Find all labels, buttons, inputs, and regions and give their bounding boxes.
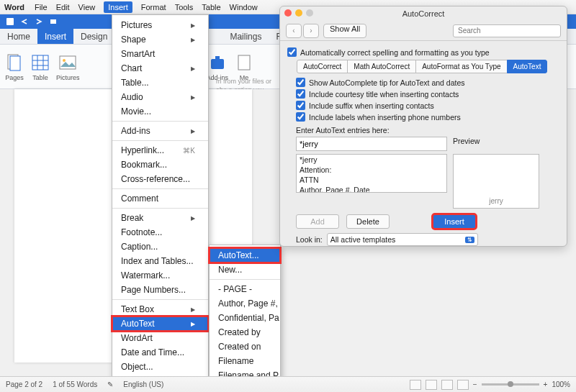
menu-format[interactable]: Format: [141, 3, 166, 12]
chk-master-box[interactable]: [287, 47, 297, 57]
ribbon-table[interactable]: Table: [30, 53, 50, 81]
view-mode-1[interactable]: [410, 380, 421, 390]
mi-at-author[interactable]: Author, Page #,: [210, 296, 280, 311]
chk-tip[interactable]: Show AutoComplete tip for AutoText and d…: [296, 78, 559, 87]
app-name: Word: [4, 3, 24, 12]
mi-at-filename[interactable]: Filename: [210, 354, 280, 368]
menu-table[interactable]: Table: [202, 3, 220, 12]
mi-autotext-new[interactable]: New...: [210, 263, 280, 277]
chk-labels[interactable]: Include labels when inserting phone numb…: [296, 112, 559, 122]
tab-home[interactable]: Home: [0, 29, 37, 44]
mi-audio[interactable]: Audio: [112, 90, 208, 104]
mi-caption[interactable]: Caption...: [112, 240, 208, 254]
undo-icon[interactable]: [19, 17, 30, 27]
mi-shape[interactable]: Shape: [112, 32, 208, 47]
tab-design[interactable]: Design: [73, 29, 114, 44]
view-mode-2[interactable]: [426, 380, 437, 390]
mi-table[interactable]: Table...: [112, 76, 208, 90]
zoom-icon: [306, 9, 313, 17]
lookin-select[interactable]: All active templates ⇅: [327, 233, 478, 246]
ribbon-media[interactable]: Me: [234, 53, 254, 81]
autocorrect-window: AutoCorrect ‹ › Show All Automatically c…: [279, 6, 567, 247]
mi-at-page[interactable]: - PAGE -: [210, 282, 280, 296]
entries-list[interactable]: *jerry Attention: ATTN Author, Page #, D…: [296, 154, 447, 193]
chk-suffix[interactable]: Include suffix when inserting contacts: [296, 101, 559, 110]
chk-autocorrect-master[interactable]: Automatically correct spelling and forma…: [287, 47, 559, 57]
tab-insert[interactable]: Insert: [37, 29, 73, 44]
mi-wordart[interactable]: WordArt: [112, 331, 208, 345]
print-icon[interactable]: [48, 17, 58, 27]
ribbon-pictures[interactable]: Pictures: [56, 53, 80, 81]
pref-search-wrap: [371, 24, 561, 37]
menu-insert[interactable]: Insert: [104, 1, 132, 13]
mi-indextables[interactable]: Index and Tables...: [112, 254, 208, 268]
save-icon[interactable]: [5, 17, 15, 27]
mi-pictures[interactable]: Pictures: [112, 18, 208, 32]
mi-movie[interactable]: Movie...: [112, 104, 208, 119]
forward-button[interactable]: ›: [303, 24, 319, 38]
zoom-out-icon[interactable]: −: [473, 380, 477, 388]
close-icon[interactable]: [284, 9, 292, 17]
svg-rect-1: [50, 19, 56, 24]
picture-icon: [59, 55, 76, 70]
status-wordcount[interactable]: 1 of 55 Words: [53, 380, 97, 388]
search-input[interactable]: [453, 24, 561, 37]
menu-file[interactable]: File: [35, 3, 48, 12]
menu-view[interactable]: View: [78, 3, 96, 12]
mi-smartart[interactable]: SmartArt: [112, 47, 208, 61]
status-spellcheck-icon[interactable]: ✎: [107, 380, 113, 388]
entry-field[interactable]: [296, 137, 447, 151]
chk-courtesy[interactable]: Include courtesy title when inserting co…: [296, 89, 559, 99]
pref-titlebar[interactable]: AutoCorrect: [280, 6, 567, 21]
mi-bookmark[interactable]: Bookmark...: [112, 158, 208, 172]
delete-button[interactable]: Delete: [346, 214, 390, 229]
list-item[interactable]: ATTN: [297, 175, 446, 185]
zoom-in-icon[interactable]: +: [544, 380, 548, 388]
ribbon-pages[interactable]: Pages: [4, 53, 24, 81]
tab-mailings[interactable]: Mailings: [222, 29, 269, 44]
prefseg-math[interactable]: Math AutoCorrect: [347, 60, 416, 73]
mi-chart[interactable]: Chart: [112, 61, 208, 76]
ribbon-addins[interactable]: Add-ins: [207, 53, 229, 81]
menu-window[interactable]: Window: [230, 3, 258, 12]
mi-autotext-open[interactable]: AutoText...: [210, 248, 280, 263]
mi-watermark[interactable]: Watermark...: [112, 268, 208, 283]
prefseg-autocorrect[interactable]: AutoCorrect: [297, 60, 348, 73]
view-mode-4[interactable]: [457, 380, 469, 390]
status-page[interactable]: Page 2 of 2: [6, 380, 42, 388]
list-item[interactable]: Attention:: [297, 165, 446, 175]
prefseg-autotext[interactable]: AutoText: [507, 60, 548, 73]
mi-pagenums[interactable]: Page Numbers...: [112, 283, 208, 297]
minimize-icon[interactable]: [295, 9, 302, 17]
mi-at-createdon[interactable]: Created on: [210, 339, 280, 354]
mi-at-createdby[interactable]: Created by: [210, 325, 280, 339]
menu-edit[interactable]: Edit: [56, 3, 70, 12]
show-all-button[interactable]: Show All: [323, 24, 366, 38]
mi-footnote[interactable]: Footnote...: [112, 225, 208, 240]
insert-button[interactable]: Insert: [433, 214, 476, 229]
list-item[interactable]: Author, Page #, Date: [297, 185, 446, 193]
back-button[interactable]: ‹: [286, 24, 302, 38]
prefseg-asyoutype[interactable]: AutoFormat as You Type: [415, 60, 507, 73]
mi-break[interactable]: Break: [112, 211, 208, 225]
status-language[interactable]: English (US): [123, 380, 163, 388]
redo-icon[interactable]: [34, 17, 44, 27]
mi-object[interactable]: Object...: [112, 360, 208, 374]
zoom-slider[interactable]: [482, 383, 539, 386]
zoom-value[interactable]: 100%: [552, 380, 570, 388]
table-icon: [32, 55, 49, 70]
ribbon-pictures-label: Pictures: [56, 74, 80, 81]
mi-datetime[interactable]: Date and Time...: [112, 345, 208, 360]
list-item[interactable]: *jerry: [297, 155, 446, 165]
view-mode-3[interactable]: [441, 380, 453, 390]
svg-point-10: [63, 59, 66, 62]
menu-tools[interactable]: Tools: [175, 3, 194, 12]
mi-at-conf[interactable]: Confidential, Pa: [210, 311, 280, 325]
media-icon: [238, 55, 251, 70]
mi-hyperlink[interactable]: Hyperlink...⌘K: [112, 143, 208, 158]
mi-textbox[interactable]: Text Box: [112, 302, 208, 316]
mi-crossref[interactable]: Cross-reference...: [112, 172, 208, 186]
mi-autotext[interactable]: AutoText: [112, 316, 208, 331]
mi-addins[interactable]: Add-ins: [112, 124, 208, 138]
mi-comment[interactable]: Comment: [112, 191, 208, 206]
